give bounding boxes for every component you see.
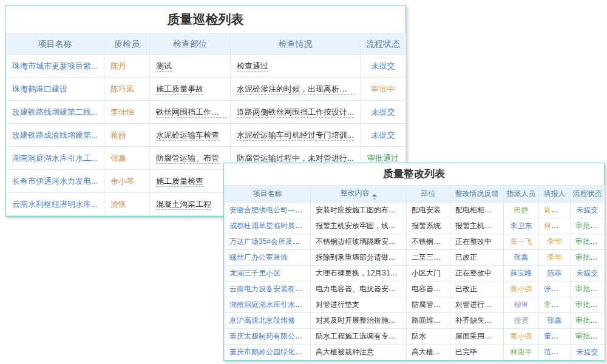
sort-icon[interactable] bbox=[372, 194, 377, 200]
project-link[interactable]: 京沪高速北京段维修 bbox=[229, 316, 295, 325]
assignee-name: 田静 bbox=[514, 206, 529, 214]
project-link[interactable]: 改建铁路线增建第二线... bbox=[12, 107, 98, 116]
inspection-part-text: 防腐管运输、布管 bbox=[156, 153, 219, 164]
status-cell: 审批通过 bbox=[571, 313, 605, 329]
assignee-cell: 张鑫 bbox=[504, 250, 539, 266]
column-header-project[interactable]: 项目名称 bbox=[225, 186, 311, 203]
assignee-name: 林康平 bbox=[510, 348, 532, 356]
assignee-cell: 徐贤 bbox=[504, 313, 539, 329]
inspector-name: 蒋丽 bbox=[110, 130, 126, 140]
rectification-table-row[interactable]: 云南电力设备安装有限公司20... 电力电容器、电抗器安装方案... 电容器安装… bbox=[225, 281, 605, 297]
part-cell: 防腐管运输... bbox=[407, 297, 450, 313]
rectify-feedback-text: 补齐缺失标志... bbox=[455, 316, 504, 325]
status-cell: 审批通过 bbox=[571, 281, 605, 297]
feedback-cell: 配电柜柜体与... bbox=[450, 203, 504, 218]
status-badge: 审批通过 bbox=[367, 153, 399, 163]
assignee-name: 李卫东 bbox=[510, 221, 532, 230]
inspection-table-row[interactable]: 改建铁路成渝线增建第... 蒋丽 水泥砼运输车检查 水泥砼运输车司机经过专门培训… bbox=[6, 124, 406, 147]
rectify-feedback-text: 报警主机安放... bbox=[455, 221, 504, 230]
rectify-feedback-text: 正在整改中 bbox=[455, 237, 492, 246]
assignee-cell: 柳琳 bbox=[504, 297, 539, 313]
feedback-cell: 屋面采用聚氨... bbox=[450, 329, 504, 345]
project-cell: 湖南洞庭湖水库引水工程施工1标 bbox=[225, 297, 311, 313]
assignee-cell: 黄一飞 bbox=[504, 234, 539, 250]
project-cell: 云南水利枢纽潜明水库... bbox=[6, 193, 104, 216]
project-link[interactable]: 珠海市城市更新项目紫... bbox=[12, 61, 98, 70]
status-cell: 审批通过 bbox=[571, 218, 605, 234]
reporter-cell: 何芷萌 bbox=[539, 218, 571, 234]
project-link[interactable]: 云南电力设备安装有限公司20... bbox=[229, 285, 311, 293]
rectification-table-row[interactable]: 湖南洞庭湖水库引水工程施工1标 对管进行垫支 防腐管运输... 对管进行垫支 柳… bbox=[225, 297, 605, 313]
inspector-cell: 蒋丽 bbox=[104, 124, 150, 147]
project-link[interactable]: 成都杜甫草堂临时展厅独立展... bbox=[229, 221, 311, 230]
column-header-feedback[interactable]: 整改情况反馈 bbox=[450, 186, 504, 203]
column-header-part[interactable]: 部位 bbox=[407, 186, 450, 203]
inspector-name: 李佳怡 bbox=[110, 107, 134, 116]
status-badge: 审批中 bbox=[371, 84, 395, 93]
project-cell: 珠海鹤港口建设 bbox=[6, 78, 104, 101]
part-cell: 水泥砼运输车检查 bbox=[150, 124, 231, 147]
feedback-cell: 对管进行垫支 bbox=[450, 297, 504, 313]
situation-cell: 检查通过 bbox=[231, 55, 361, 78]
reporter-name: 张鑫 bbox=[548, 316, 562, 325]
project-link[interactable]: 龙湖三千里小区 bbox=[229, 269, 280, 277]
inspection-situation-text: 检查通过 bbox=[237, 61, 268, 72]
project-link[interactable]: 重庆市鹅岭公园绿化景观提升... bbox=[229, 348, 311, 356]
status-cell: 未提交 bbox=[361, 55, 406, 78]
rectify-feedback-text: 正在整改中 bbox=[455, 269, 492, 277]
assignee-cell: 林康平 bbox=[504, 345, 539, 360]
inspector-cell: 陈丹 bbox=[104, 55, 150, 78]
inspection-table-row[interactable]: 改建铁路线增建第二线... 李佳怡 铁丝网围挡工作检查 道路两侧铁丝网围挡工作按… bbox=[6, 101, 406, 124]
inspector-cell: 陈巧凤 bbox=[104, 78, 150, 101]
inspection-situation-text: 道路两侧铁丝网围挡工作按设计... bbox=[237, 107, 354, 118]
project-link[interactable]: 改建铁路成渝线增建第... bbox=[12, 130, 98, 140]
inspection-table-row[interactable]: 珠海鹤港口建设 陈巧凤 施工质量事故 水泥砼灌注的时候，出现离析现象 审批中 bbox=[6, 78, 406, 101]
inspection-part-text: 水泥砼运输车检查 bbox=[156, 130, 219, 141]
column-header-status[interactable]: 流程状态 bbox=[571, 186, 605, 203]
project-cell: 长春市伊通河水力发电... bbox=[6, 170, 104, 193]
project-cell: 重庆市鹅岭公园绿化景观提升... bbox=[225, 345, 311, 360]
column-header-content[interactable]: 整改内容 bbox=[311, 186, 407, 203]
rectify-feedback-text: 配电柜柜体与... bbox=[455, 206, 504, 214]
feedback-cell: 报警主机安放... bbox=[450, 218, 504, 234]
project-link[interactable]: 湖南洞庭湖水库引水工程施工1标 bbox=[229, 300, 311, 309]
status-badge: 审批通过 bbox=[575, 285, 605, 293]
project-link[interactable]: 长春市伊通河水力发电... bbox=[12, 177, 98, 186]
column-header-content-label: 整改内容 bbox=[341, 189, 370, 197]
rectification-table-row[interactable]: 重庆市鹅岭公园绿化景观提升... 高大植被栽种注意 高大植被栽种 已完毕 林康平… bbox=[225, 345, 605, 360]
rectification-table-row[interactable]: 成都杜甫草堂临时展厅独立展... 报警主机安放牢固，线缆连接... 报警系统 报… bbox=[225, 218, 605, 234]
inspection-table-row[interactable]: 珠海市城市更新项目紫... 陈丹 测试 检查通过 未提交 bbox=[6, 55, 406, 78]
project-link[interactable]: 云南水利枢纽潜明水库... bbox=[12, 200, 98, 209]
rectification-table-row[interactable]: 龙湖三千里小区 大理石碑更换，12月31日之... 小区大门 正在整改中 薛宝峰… bbox=[225, 266, 605, 281]
project-link[interactable]: 安徽合肥供电公司—配电设备... bbox=[229, 206, 311, 214]
reporter-cell: 董清平 bbox=[539, 329, 571, 345]
feedback-cell: 已完毕 bbox=[450, 345, 504, 360]
inspector-cell: 游恢 bbox=[104, 193, 150, 216]
rectification-header-row: 项目名称 整改内容 部位 整改情况反馈 指派人员 填报人 流程状态 bbox=[225, 186, 605, 203]
project-link[interactable]: 重庆太极制药有限公司亳州中... bbox=[229, 332, 311, 340]
reporter-cell: 李若若 bbox=[539, 297, 571, 313]
rectification-table-row[interactable]: 安徽合肥供电公司—配电设备... 安装时应按施工图的布置，将... 配电安装 配… bbox=[225, 203, 605, 218]
status-cell: 审批通过 bbox=[571, 250, 605, 266]
inspector-cell: 李佳怡 bbox=[104, 101, 150, 124]
inspector-name: 陈巧凤 bbox=[110, 84, 134, 93]
project-cell: 改建铁路线增建第二线... bbox=[6, 101, 104, 124]
column-header-assignee[interactable]: 指派人员 bbox=[504, 186, 539, 203]
inspection-table-title: 质量巡检列表 bbox=[5, 5, 405, 33]
rectification-table-row[interactable]: 重庆太极制药有限公司亳州中... 防水工程施工选调有专业资质... 防水 屋面采… bbox=[225, 329, 605, 345]
inspector-name: 余小琴 bbox=[110, 177, 134, 186]
rectification-table-row[interactable]: 京沪高速北京段维修 对其及时开展整治措施，桥头... 路面维修检... 补齐缺失… bbox=[225, 313, 605, 329]
project-link[interactable]: 螺丝厂办公室装饰 bbox=[229, 253, 288, 261]
project-link[interactable]: 珠海鹤港口建设 bbox=[12, 84, 67, 93]
rectification-table-row[interactable]: 万达广场35#会所及咖啡厅空... 不锈钢边框玻璃隔断安装不牢... 不锈钢安装… bbox=[225, 234, 605, 250]
project-link[interactable]: 湖南洞庭湖水库引水工... bbox=[12, 153, 98, 163]
rectification-table-row[interactable]: 螺丝厂办公室装饰 拆除到承重墙部分请做好加固... 二至三楼混... 已改正 张… bbox=[225, 250, 605, 266]
status-badge: 未提交 bbox=[371, 61, 395, 70]
assignee-name: 黄小强 bbox=[510, 332, 532, 340]
column-header-reporter[interactable]: 填报人 bbox=[539, 186, 571, 203]
project-link[interactable]: 万达广场35#会所及咖啡厅空... bbox=[229, 237, 311, 246]
part-cell: 防腐管运输、布管 bbox=[150, 147, 231, 170]
part-cell: 高大植被栽种 bbox=[407, 345, 450, 360]
assignee-name: 薛宝峰 bbox=[510, 269, 532, 277]
status-badge: 审批通过 bbox=[575, 221, 605, 230]
